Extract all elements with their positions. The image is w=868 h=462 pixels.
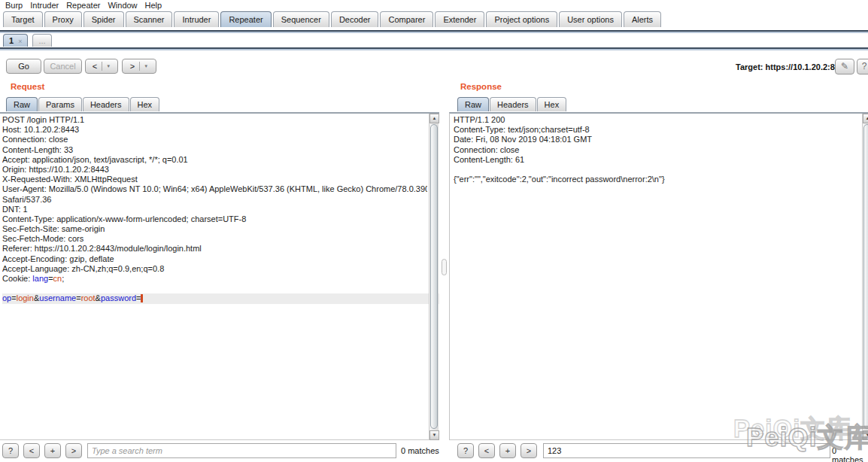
repeater-tab-more[interactable]: ... [32,34,51,47]
response-tabs: RawHeadersHex [457,97,567,112]
chevron-down-icon[interactable]: ▼ [144,64,148,68]
repeater-tab-1-label: 1 [9,36,14,45]
text-segment: ; [62,274,64,283]
response-scrollbar[interactable]: ▲ ▼ [862,114,868,440]
text-segment: op [2,293,11,302]
pane-divider-grip[interactable] [442,259,447,275]
tab-spider[interactable]: Spider [83,11,124,27]
response-editor[interactable]: HTTP/1.1 200Content-Type: text/json;char… [449,112,868,440]
forward-arrow-icon: > [130,62,135,71]
editor-line: Content-Type: application/x-www-form-url… [2,214,427,224]
tab-intruder[interactable]: Intruder [174,11,219,27]
menu-item-burp[interactable]: Burp [2,0,26,11]
tab-decoder[interactable]: Decoder [331,11,379,27]
request-editor-content: POST /login HTTP/1.1Host: 10.1.20.2:8443… [2,115,427,304]
editor-line [454,165,856,175]
tab-underline-light [0,32,868,33]
text-segment: root [81,293,96,302]
scrollbar-thumb[interactable] [863,124,868,429]
response-search-input[interactable] [543,443,830,458]
help-button[interactable]: ? [857,59,868,74]
editor-line: Accept-Language: zh-CN,zh;q=0.9,en;q=0.8 [2,264,427,274]
text-cursor-icon [141,294,143,302]
tab-target[interactable]: Target [3,11,43,27]
editor-line: Content-Length: 33 [2,145,427,155]
response-search-add-button[interactable]: + [499,443,516,458]
tab-scanner[interactable]: Scanner [126,11,173,27]
menu-item-help[interactable]: Help [141,0,166,11]
response-tab-headers[interactable]: Headers [490,97,536,111]
request-tab-params[interactable]: Params [38,97,82,111]
tab-proxy[interactable]: Proxy [44,11,82,27]
back-arrow-icon: < [93,62,97,71]
request-scrollbar[interactable]: ▲ ▼ [429,114,439,440]
response-search-matches: 0 matches [832,446,868,462]
edit-target-button[interactable]: ✎ [835,59,854,74]
response-tab-hex[interactable]: Hex [537,97,567,111]
scroll-up-icon[interactable]: ▲ [863,114,868,123]
tab-project-options[interactable]: Project options [486,11,557,27]
request-search-input[interactable] [87,443,396,458]
burp-repeater-window: BurpIntruderRepeaterWindowHelp TargetPro… [0,0,868,462]
tab-user-options[interactable]: User options [559,11,622,27]
menu-item-repeater[interactable]: Repeater [62,0,104,11]
response-editor-content: HTTP/1.1 200Content-Type: text/json;char… [454,115,856,184]
scroll-up-icon[interactable]: ▲ [429,114,439,123]
scroll-down-icon[interactable]: ▼ [429,430,439,440]
request-search-next-button[interactable]: > [65,443,82,458]
response-tab-raw[interactable]: Raw [457,97,489,111]
repeater-tab-1[interactable]: 1× [3,34,28,47]
text-segment: Cookie: [2,274,32,283]
next-request-button[interactable]: >▼ [122,59,156,74]
request-tab-raw[interactable]: Raw [6,97,38,111]
editor-line: DNT: 1 [2,205,427,214]
request-search-add-button[interactable]: + [44,443,61,458]
request-tab-headers[interactable]: Headers [83,97,129,111]
repeater-subtabs: 1× ... [3,34,54,47]
response-search-prev-button[interactable]: < [478,443,495,458]
scrollbar-thumb[interactable] [430,124,438,429]
editor-line: Host: 10.1.20.2:8443 [2,125,427,135]
text-segment: & [96,293,101,302]
text-segment: login [17,293,34,302]
request-search-matches: 0 matches [401,446,439,455]
split-divider [102,62,102,71]
text-segment: lang [32,274,48,283]
editor-line: op=login&username=root&password= [2,293,439,303]
editor-line [2,284,427,293]
menu-item-intruder[interactable]: Intruder [26,0,62,11]
close-icon[interactable]: × [18,38,22,45]
split-divider [139,62,140,71]
response-search-next-button[interactable]: > [520,443,537,458]
tab-comparer[interactable]: Comparer [380,11,433,27]
request-search-prev-button[interactable]: < [23,443,40,458]
editor-line: Sec-Fetch-Mode: cors [2,234,427,244]
tab-extender[interactable]: Extender [435,11,484,27]
editor-line: Connection: close [2,135,427,144]
menu-item-window[interactable]: Window [104,0,141,11]
cancel-button[interactable]: Cancel [44,59,82,74]
editor-line: Origin: https://10.1.20.2:8443 [2,165,427,175]
text-segment: username [39,293,76,302]
tab-alerts[interactable]: Alerts [624,11,661,27]
previous-request-button[interactable]: <▼ [85,59,118,74]
text-segment: password [101,293,136,302]
editor-line: Safari/537.36 [2,195,427,205]
editor-line: Cookie: lang=cn; [2,274,427,284]
scroll-down-icon[interactable]: ▼ [863,430,868,440]
request-editor[interactable]: POST /login HTTP/1.1Host: 10.1.20.2:8443… [0,112,439,440]
editor-line: Connection: close [454,145,856,155]
chevron-down-icon[interactable]: ▼ [106,64,111,68]
menubar: BurpIntruderRepeaterWindowHelp [0,0,868,11]
tab-repeater[interactable]: Repeater [220,11,271,27]
question-mark-icon: ? [862,61,867,71]
request-tab-hex[interactable]: Hex [130,97,160,111]
main-tabs: TargetProxySpiderScannerIntruderRepeater… [3,11,868,30]
request-search-help-button[interactable]: ? [2,443,19,458]
editor-line: Content-Type: text/json;charset=utf-8 [454,125,856,135]
request-tabs: RawParamsHeadersHex [6,97,160,112]
target-url-label: Target: https://10.1.20.2:8443 [736,62,848,71]
go-button[interactable]: Go [6,59,41,74]
tab-sequencer[interactable]: Sequencer [273,11,329,27]
response-search-help-button[interactable]: ? [457,443,474,458]
